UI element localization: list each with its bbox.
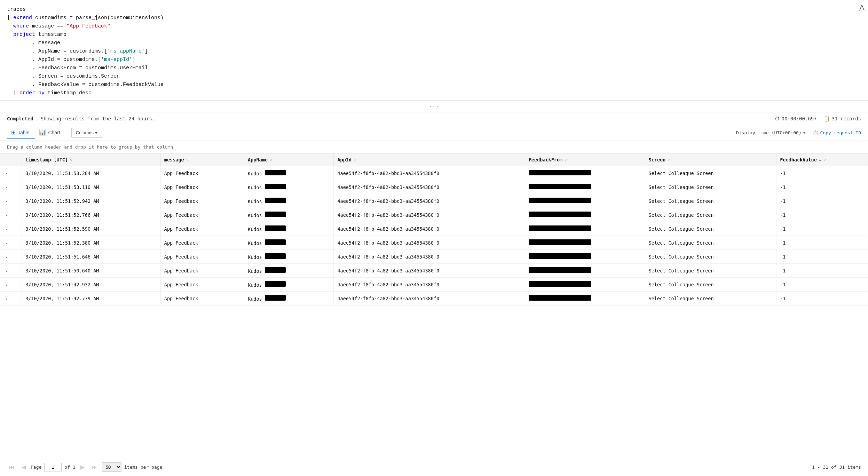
cell-feedbackfrom bbox=[525, 166, 645, 180]
tab-table[interactable]: ⊞ Table bbox=[7, 126, 35, 139]
columns-button[interactable]: Columns ▾ bbox=[71, 128, 102, 138]
expand-dots[interactable]: ··· bbox=[428, 103, 440, 110]
display-time-dropdown[interactable]: Display time (UTC+00:00) ▾ bbox=[736, 130, 806, 135]
of-label: of bbox=[64, 465, 70, 470]
cell-timestamp: 3/10/2020, 11:51:42.779 AM bbox=[22, 292, 161, 306]
table-row: ›3/10/2020, 11:51:52.766 AMApp FeedbackK… bbox=[0, 208, 868, 222]
row-expand-button[interactable]: › bbox=[3, 241, 9, 246]
cell-timestamp: 3/10/2020, 11:51:50.640 AM bbox=[22, 264, 161, 278]
row-expand-button[interactable]: › bbox=[3, 255, 9, 260]
query-line-2: | extend customdims = parse_json(customD… bbox=[7, 14, 861, 22]
copy-request-button[interactable]: 📋 Copy request ID bbox=[813, 130, 861, 135]
feedbackvalue-sort-icon[interactable]: ↓ bbox=[819, 157, 821, 162]
col-screen-label: Screen bbox=[649, 157, 666, 162]
pagination-bar: ⏮ ◀ Page of 1 ▶ ⏭ 50 100 200 items per p… bbox=[0, 458, 868, 476]
col-feedbackvalue-label: FeedbackValue bbox=[780, 157, 817, 162]
next-page-button[interactable]: ▶ bbox=[78, 463, 87, 471]
appname-filter-icon[interactable]: ▽ bbox=[270, 157, 272, 162]
cell-screen: Select Colleague Screen bbox=[645, 180, 776, 194]
row-expand-button[interactable]: › bbox=[3, 269, 9, 273]
table-tab-label: Table bbox=[18, 130, 29, 135]
cell-appname: Kudos bbox=[244, 166, 334, 180]
row-expand-button[interactable]: › bbox=[3, 296, 9, 301]
cell-appid: 4aee54f2-f8fb-4a82-bbd3-aa34554380f0 bbox=[334, 236, 525, 250]
appname-redacted bbox=[265, 170, 286, 175]
cell-screen: Select Colleague Screen bbox=[645, 194, 776, 208]
table-row: ›3/10/2020, 11:51:52.942 AMApp FeedbackK… bbox=[0, 194, 868, 208]
page-label: Page bbox=[31, 465, 41, 470]
table-row: ›3/10/2020, 11:51:53.110 AMApp FeedbackK… bbox=[0, 180, 868, 194]
prev-page-button[interactable]: ◀ bbox=[19, 463, 28, 471]
appname-text: Kudos bbox=[248, 254, 262, 260]
row-expand-button[interactable]: › bbox=[3, 283, 9, 287]
query-line-5: , message bbox=[7, 39, 861, 47]
cell-appid: 4aee54f2-f8fb-4a82-bbd3-aa34554380f0 bbox=[334, 194, 525, 208]
copy-icon: 📋 bbox=[813, 130, 818, 135]
col-header-appid[interactable]: AppId ▽ bbox=[334, 153, 525, 166]
cell-timestamp: 3/10/2020, 11:51:52.766 AM bbox=[22, 208, 161, 222]
appname-text: Kudos bbox=[248, 268, 262, 274]
row-expand-button[interactable]: › bbox=[3, 227, 9, 232]
cell-appname: Kudos bbox=[244, 208, 334, 222]
appname-redacted bbox=[265, 184, 286, 189]
collapse-icon[interactable]: ⋀ bbox=[859, 3, 865, 13]
per-page-select[interactable]: 50 100 200 bbox=[102, 462, 121, 472]
col-appname-label: AppName bbox=[248, 157, 268, 162]
time-value: 00:00:00.697 bbox=[782, 116, 817, 121]
page-input[interactable] bbox=[44, 463, 62, 471]
col-header-message[interactable]: message ▽ bbox=[160, 153, 244, 166]
col-header-timestamp[interactable]: timestamp [UTC] ▽ bbox=[22, 153, 161, 166]
results-table: timestamp [UTC] ▽ message ▽ AppName bbox=[0, 153, 868, 306]
chart-tab-icon: 📊 bbox=[39, 129, 46, 136]
cell-feedbackfrom bbox=[525, 194, 645, 208]
cell-feedbackfrom bbox=[525, 222, 645, 236]
cell-feedbackfrom bbox=[525, 208, 645, 222]
row-expand-button[interactable]: › bbox=[3, 199, 9, 204]
table-row: ›3/10/2020, 11:51:52.380 AMApp FeedbackK… bbox=[0, 236, 868, 250]
query-line-7: , AppId = customdims.['ms-appId'] bbox=[7, 56, 861, 64]
toolbar: ⊞ Table 📊 Chart Columns ▾ Display time (… bbox=[0, 125, 868, 141]
row-expand-button[interactable]: › bbox=[3, 171, 9, 176]
feedbackvalue-filter-icon[interactable]: ▽ bbox=[823, 157, 826, 162]
feedbackfrom-redacted bbox=[529, 253, 591, 259]
message-filter-icon[interactable]: ▽ bbox=[186, 157, 189, 162]
cell-feedbackfrom bbox=[525, 250, 645, 264]
feedbackfrom-filter-icon[interactable]: ▽ bbox=[565, 157, 567, 162]
records-value: 31 records bbox=[832, 116, 861, 121]
col-header-feedbackvalue[interactable]: FeedbackValue ↓ ▽ bbox=[776, 153, 868, 166]
table-row: ›3/10/2020, 11:51:50.640 AMApp FeedbackK… bbox=[0, 264, 868, 278]
query-line-6: , AppName = customdims.['ms-appName'] bbox=[7, 47, 861, 56]
cell-message: App Feedback bbox=[160, 278, 244, 292]
cell-appname: Kudos bbox=[244, 236, 334, 250]
time-info: ⏱ 00:00:00.697 bbox=[775, 116, 817, 121]
timestamp-filter-icon[interactable]: ▽ bbox=[70, 157, 72, 162]
cell-appname: Kudos bbox=[244, 250, 334, 264]
cell-screen: Select Colleague Screen bbox=[645, 250, 776, 264]
cell-message: App Feedback bbox=[160, 180, 244, 194]
row-expand-button[interactable]: › bbox=[3, 185, 9, 190]
tab-chart[interactable]: 📊 Chart bbox=[35, 126, 65, 139]
appname-text: Kudos bbox=[248, 213, 262, 218]
appname-redacted bbox=[265, 198, 286, 203]
row-expand-button[interactable]: › bbox=[3, 213, 9, 218]
appname-redacted bbox=[265, 225, 286, 231]
total-pages: 1 bbox=[73, 465, 76, 470]
query-editor: traces | extend customdims = parse_json(… bbox=[0, 0, 868, 101]
table-container[interactable]: timestamp [UTC] ▽ message ▽ AppName bbox=[0, 153, 868, 306]
feedbackfrom-redacted bbox=[529, 281, 591, 287]
col-feedbackfrom-label: FeedbackFrom bbox=[529, 157, 563, 162]
cell-appid: 4aee54f2-f8fb-4a82-bbd3-aa34554380f0 bbox=[334, 222, 525, 236]
cell-timestamp: 3/10/2020, 11:51:52.380 AM bbox=[22, 236, 161, 250]
appname-text: Kudos bbox=[248, 171, 262, 176]
appid-filter-icon[interactable]: ▽ bbox=[354, 157, 356, 162]
col-header-appname[interactable]: AppName ▽ bbox=[244, 153, 334, 166]
status-bar: Completed . Showing results from the las… bbox=[0, 112, 868, 125]
last-page-button[interactable]: ⏭ bbox=[89, 463, 99, 471]
col-header-screen[interactable]: Screen ▽ bbox=[645, 153, 776, 166]
query-line-10: , FeedbackValue = customdims.FeedbackVal… bbox=[7, 81, 861, 89]
screen-filter-icon[interactable]: ▽ bbox=[668, 157, 670, 162]
feedbackfrom-redacted bbox=[529, 225, 591, 231]
first-page-button[interactable]: ⏮ bbox=[7, 463, 17, 471]
col-header-feedbackfrom[interactable]: FeedbackFrom ▽ bbox=[525, 153, 645, 166]
cell-message: App Feedback bbox=[160, 292, 244, 306]
